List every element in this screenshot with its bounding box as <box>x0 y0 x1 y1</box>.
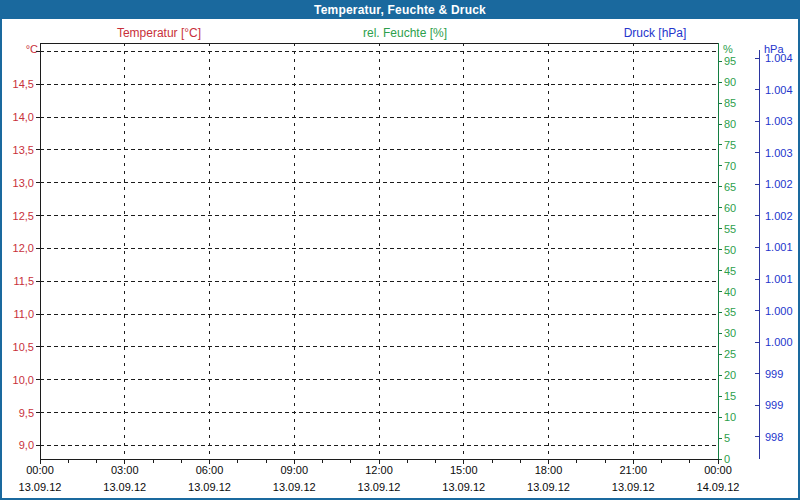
date-label: 13.09.12 <box>527 481 570 493</box>
pressure-tick-label: 1.001 <box>765 241 793 253</box>
humidity-tick-label: 60 <box>724 202 736 214</box>
time-label: 06:00 <box>196 464 224 476</box>
humidity-tick-label: 30 <box>724 327 736 339</box>
pressure-tick-label: 1.000 <box>765 336 793 348</box>
temperature-tick-label: 14,0 <box>13 111 34 123</box>
temperature-tick-label: 11,0 <box>13 308 34 320</box>
humidity-tick-label: 45 <box>724 265 736 277</box>
humidity-tick-label: 15 <box>724 390 736 402</box>
humidity-tick-label: 20 <box>724 369 736 381</box>
date-label: 13.09.12 <box>273 481 316 493</box>
time-label: 21:00 <box>619 464 647 476</box>
pressure-tick-label: 999 <box>765 368 783 380</box>
time-label: 15:00 <box>450 464 478 476</box>
pressure-tick-label: 999 <box>765 399 783 411</box>
pressure-tick-label: 1.001 <box>765 273 793 285</box>
temperature-tick-label: 11,5 <box>13 275 34 287</box>
humidity-tick-label: 40 <box>724 286 736 298</box>
humidity-tick-label: 35 <box>724 306 736 318</box>
date-label: 13.09.12 <box>612 481 655 493</box>
pressure-tick-label: 1.002 <box>765 210 793 222</box>
pressure-tick-label: 1.002 <box>765 178 793 190</box>
time-label: 09:00 <box>280 464 308 476</box>
time-label: 00:00 <box>704 464 732 476</box>
temperature-tick-label: 9,5 <box>19 407 34 419</box>
temperature-tick-label: 12,0 <box>13 242 34 254</box>
humidity-tick-label: 85 <box>724 97 736 109</box>
humidity-tick-label: 25 <box>724 348 736 360</box>
temperature-tick-label: 12,5 <box>13 210 34 222</box>
date-label: 13.09.12 <box>188 481 231 493</box>
date-label: 13.09.12 <box>442 481 485 493</box>
humidity-tick-label: 95 <box>724 55 736 67</box>
pressure-tick-label: 1.004 <box>765 84 793 96</box>
humidity-tick-label: 10 <box>724 411 736 423</box>
humidity-tick-label: 50 <box>724 244 736 256</box>
weather-chart-window: Temperatur, Feuchte & Druck Temperatur [… <box>0 0 800 500</box>
temperature-tick-label: 13,5 <box>13 144 34 156</box>
pressure-tick-label: 998 <box>765 431 783 443</box>
humidity-tick-label: 65 <box>724 181 736 193</box>
humidity-tick-label: 90 <box>724 76 736 88</box>
time-label: 18:00 <box>535 464 563 476</box>
pressure-tick-label: 1.003 <box>765 115 793 127</box>
humidity-tick-label: 70 <box>724 160 736 172</box>
time-label: 12:00 <box>365 464 393 476</box>
pressure-tick-label: 1.000 <box>765 305 793 317</box>
pressure-tick-label: 1.004 <box>765 52 793 64</box>
humidity-tick-label: 55 <box>724 223 736 235</box>
date-label: 13.09.12 <box>103 481 146 493</box>
humidity-tick-label: 75 <box>724 139 736 151</box>
date-label: 13.09.12 <box>358 481 401 493</box>
pressure-tick-label: 1.003 <box>765 147 793 159</box>
humidity-tick-label: 80 <box>724 118 736 130</box>
temperature-tick-label: 13,0 <box>13 177 34 189</box>
temperature-tick-label: 10,0 <box>13 374 34 386</box>
temperature-tick-label: 14,5 <box>13 78 34 90</box>
temperature-tick-label: 9,0 <box>19 439 34 451</box>
date-label: 13.09.12 <box>19 481 62 493</box>
date-label: 14.09.12 <box>697 481 740 493</box>
temperature-tick-label: 10,5 <box>13 341 34 353</box>
time-label: 00:00 <box>26 464 54 476</box>
time-label: 03:00 <box>111 464 139 476</box>
humidity-tick-label: 5 <box>724 432 730 444</box>
chart-plot-area: 14,514,013,513,012,512,011,511,010,510,0… <box>2 2 798 498</box>
